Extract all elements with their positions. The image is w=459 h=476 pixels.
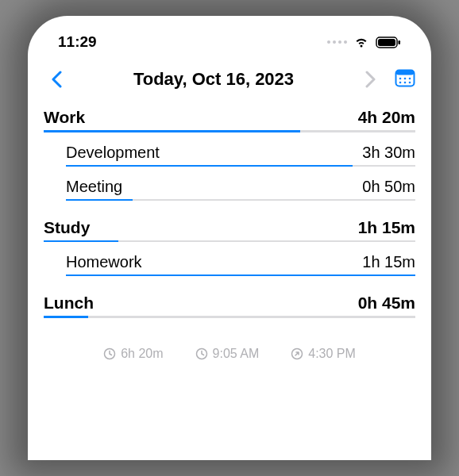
wifi-icon [353, 36, 369, 48]
status-bar: 11:29 [28, 16, 431, 60]
summary-total-text: 6h 20m [121, 347, 163, 361]
battery-icon [376, 36, 401, 48]
subcategory-header: Meeting 0h 50m [66, 178, 415, 199]
svg-rect-1 [378, 39, 395, 46]
calendar-icon [395, 68, 415, 87]
subcategory-bar [66, 165, 415, 167]
chevron-right-icon [365, 71, 376, 88]
svg-rect-2 [399, 40, 401, 44]
subcategory-bar-fill [66, 274, 415, 276]
back-button[interactable] [44, 71, 69, 88]
category-header: Study 1h 15m [44, 218, 415, 240]
category-bar-fill [44, 130, 300, 132]
svg-point-10 [409, 82, 411, 84]
category-block[interactable]: Work 4h 20m Development 3h 30m Meeting 0… [44, 108, 415, 201]
summary-start: 9:05 AM [195, 347, 260, 361]
subcategory-bar-fill [66, 199, 133, 201]
category-bar [44, 130, 415, 132]
category-name: Lunch [44, 294, 94, 313]
category-time: 1h 15m [358, 218, 415, 237]
cellular-dots-icon [327, 40, 347, 44]
subcategory-row[interactable]: Homework 1h 15m [44, 253, 415, 276]
svg-point-9 [404, 82, 407, 84]
category-bar-fill [44, 316, 88, 318]
chevron-left-icon [51, 71, 62, 88]
category-bar [44, 316, 415, 318]
subcategory-time: 3h 30m [362, 144, 415, 162]
page-title: Today, Oct 16, 2023 [69, 69, 358, 90]
summary-bar: 6h 20m 9:05 AM 4:30 PM [44, 336, 415, 366]
summary-end-text: 4:30 PM [308, 347, 356, 361]
category-time: 4h 20m [358, 108, 415, 127]
svg-point-8 [399, 82, 402, 84]
status-right [327, 36, 401, 48]
arrow-out-icon [291, 347, 303, 360]
svg-point-6 [404, 78, 407, 80]
category-header: Lunch 0h 45m [44, 294, 415, 316]
subcategory-row[interactable]: Meeting 0h 50m [44, 178, 415, 201]
category-name: Work [44, 108, 85, 127]
category-header: Work 4h 20m [44, 108, 415, 130]
subcategory-bar [66, 199, 415, 201]
content: Work 4h 20m Development 3h 30m Meeting 0… [28, 108, 431, 460]
category-time: 0h 45m [358, 294, 415, 313]
subcategory-header: Homework 1h 15m [66, 253, 415, 274]
svg-rect-4 [396, 71, 415, 75]
clock-icon [195, 347, 208, 360]
subcategory-header: Development 3h 30m [66, 144, 415, 165]
category-name: Study [44, 218, 90, 237]
calendar-button[interactable] [395, 68, 415, 90]
subcategory-time: 0h 50m [362, 178, 415, 196]
forward-button[interactable] [358, 71, 384, 88]
summary-end: 4:30 PM [291, 347, 356, 361]
summary-start-text: 9:05 AM [213, 347, 260, 361]
svg-point-5 [399, 78, 402, 80]
nav-bar: Today, Oct 16, 2023 [28, 60, 431, 108]
summary-total: 6h 20m [103, 347, 163, 361]
svg-point-7 [409, 78, 411, 80]
clock-icon [103, 347, 116, 360]
subcategory-name: Development [66, 144, 160, 162]
category-block[interactable]: Study 1h 15m Homework 1h 15m [44, 218, 415, 277]
category-bar [44, 240, 415, 243]
subcategory-name: Homework [66, 253, 142, 271]
subcategory-time: 1h 15m [362, 253, 415, 271]
subcategory-name: Meeting [66, 178, 122, 196]
subcategory-row[interactable]: Development 3h 30m [44, 144, 415, 167]
category-block[interactable]: Lunch 0h 45m [44, 294, 415, 318]
phone-frame: 11:29 Today, Oct 16, 2023 Work [28, 16, 431, 460]
subcategory-bar-fill [66, 165, 353, 167]
status-time: 11:29 [58, 33, 97, 51]
nav-right [358, 68, 415, 90]
subcategory-bar [66, 274, 415, 276]
category-bar-fill [44, 240, 118, 243]
